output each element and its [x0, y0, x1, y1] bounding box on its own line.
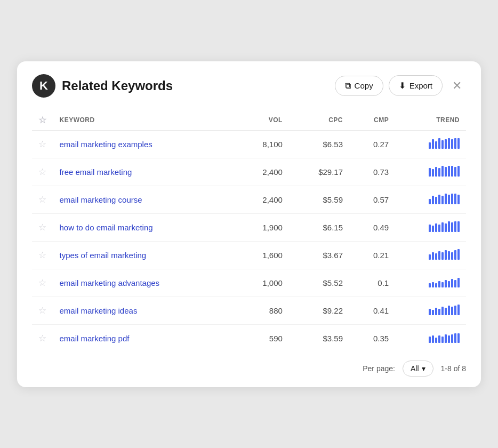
per-page-select[interactable]: All ▾ — [403, 361, 433, 377]
vol-cell: 590 — [236, 324, 289, 352]
header-left: K Related Keywords — [32, 74, 173, 98]
th-cpc: CPC — [289, 110, 349, 131]
export-icon: ⬇ — [399, 81, 406, 91]
trend-bar — [448, 281, 450, 287]
table-row: ☆email marketing examples8,100$6.530.27 — [32, 130, 466, 158]
vol-cell: 1,000 — [236, 269, 289, 297]
cpc-cell: $6.15 — [289, 213, 349, 241]
trend-bar — [432, 252, 434, 260]
keyword-link[interactable]: email marketing pdf — [60, 334, 130, 343]
page-title: Related Keywords — [62, 78, 173, 93]
close-button[interactable]: ✕ — [448, 77, 466, 95]
trend-bar — [432, 310, 434, 315]
trend-bar — [438, 195, 440, 204]
trend-bar — [454, 221, 456, 232]
star-icon[interactable]: ☆ — [38, 167, 46, 177]
cmp-cell: 0.27 — [349, 130, 395, 158]
table-row: ☆free email marketing2,400$29.170.73 — [32, 158, 466, 186]
trend-bar — [445, 167, 447, 177]
th-vol: VOL — [236, 110, 289, 131]
trend-bar — [451, 194, 453, 204]
star-cell: ☆ — [32, 213, 53, 241]
keyword-link[interactable]: email marketing advantages — [60, 278, 160, 287]
trend-bar — [438, 168, 440, 177]
trend-bar — [448, 166, 450, 177]
cpc-cell: $29.17 — [289, 158, 349, 186]
star-icon[interactable]: ☆ — [38, 278, 46, 288]
trend-bar — [457, 138, 460, 149]
star-cell: ☆ — [32, 269, 53, 297]
vol-cell: 1,900 — [236, 213, 289, 241]
trend-cell — [395, 269, 466, 297]
trend-bar — [429, 142, 431, 149]
trend-cell — [395, 324, 466, 352]
trend-bar — [457, 166, 460, 177]
trend-cell — [395, 241, 466, 269]
trend-bar — [438, 335, 440, 343]
card-header: K Related Keywords ⧉ Copy ⬇ Export ✕ — [32, 74, 466, 98]
star-icon[interactable]: ☆ — [38, 250, 46, 260]
cmp-cell: 0.49 — [349, 213, 395, 241]
keyword-link[interactable]: email marketing ideas — [60, 306, 138, 315]
keyword-cell: email marketing advantages — [53, 269, 236, 297]
table-footer: Per page: All ▾ 1-8 of 8 — [32, 361, 466, 377]
table-row: ☆email marketing pdf590$3.590.35 — [32, 324, 466, 352]
keyword-link[interactable]: types of email marketing — [60, 251, 147, 260]
copy-button[interactable]: ⧉ Copy — [335, 76, 383, 96]
keyword-cell: email marketing course — [53, 186, 236, 213]
trend-bar — [451, 166, 453, 177]
trend-bar — [432, 139, 434, 149]
header-star-icon[interactable]: ☆ — [38, 115, 47, 125]
star-cell: ☆ — [32, 241, 53, 269]
table-row: ☆email marketing course2,400$5.590.57 — [32, 186, 466, 213]
trend-bar — [454, 333, 456, 343]
star-cell: ☆ — [32, 158, 53, 186]
per-page-label: Per page: — [363, 364, 395, 373]
star-icon[interactable]: ☆ — [38, 195, 46, 205]
trend-bar — [445, 280, 447, 287]
trend-bar — [457, 195, 460, 204]
cpc-cell: $6.53 — [289, 130, 349, 158]
trend-bar — [448, 138, 450, 149]
trend-bar — [429, 309, 431, 315]
trend-bar — [429, 337, 431, 343]
trend-bar — [429, 225, 431, 232]
star-cell: ☆ — [32, 324, 53, 352]
cpc-cell: $3.67 — [289, 241, 349, 269]
cmp-cell: 0.21 — [349, 241, 395, 269]
related-keywords-card: K Related Keywords ⧉ Copy ⬇ Export ✕ ☆ — [17, 61, 481, 387]
cmp-cell: 0.57 — [349, 186, 395, 213]
trend-bar — [435, 141, 437, 149]
th-trend: TREND — [395, 110, 466, 131]
trend-bar — [454, 194, 456, 204]
table-row: ☆email marketing ideas880$9.220.41 — [32, 297, 466, 324]
star-icon[interactable]: ☆ — [38, 139, 46, 149]
pagination-info: 1-8 of 8 — [441, 364, 466, 373]
cmp-cell: 0.35 — [349, 324, 395, 352]
trend-bar — [432, 226, 434, 232]
star-icon[interactable]: ☆ — [38, 333, 46, 343]
cpc-cell: $5.59 — [289, 186, 349, 213]
trend-bar — [451, 279, 453, 287]
keyword-link[interactable]: free email marketing — [60, 167, 132, 177]
trend-bar — [438, 251, 440, 260]
keyword-link[interactable]: email marketing examples — [60, 140, 152, 149]
keyword-link[interactable]: how to do email marketing — [60, 223, 153, 232]
export-button[interactable]: ⬇ Export — [389, 75, 443, 96]
vol-cell: 2,400 — [236, 186, 289, 213]
trend-bar — [448, 335, 450, 343]
star-icon[interactable]: ☆ — [38, 222, 46, 233]
trend-bar — [445, 308, 447, 315]
trend-bar — [451, 307, 453, 315]
trend-bars — [429, 166, 460, 177]
star-icon[interactable]: ☆ — [38, 306, 46, 316]
keyword-link[interactable]: email marketing course — [60, 195, 142, 204]
trend-bar — [432, 196, 434, 204]
trend-bar — [432, 335, 434, 343]
table-row: ☆email marketing advantages1,000$5.520.1 — [32, 269, 466, 297]
trend-bar — [445, 334, 447, 343]
trend-bar — [448, 306, 450, 315]
trend-bar — [457, 249, 460, 260]
trend-bar — [435, 283, 437, 287]
trend-bar — [438, 138, 440, 149]
